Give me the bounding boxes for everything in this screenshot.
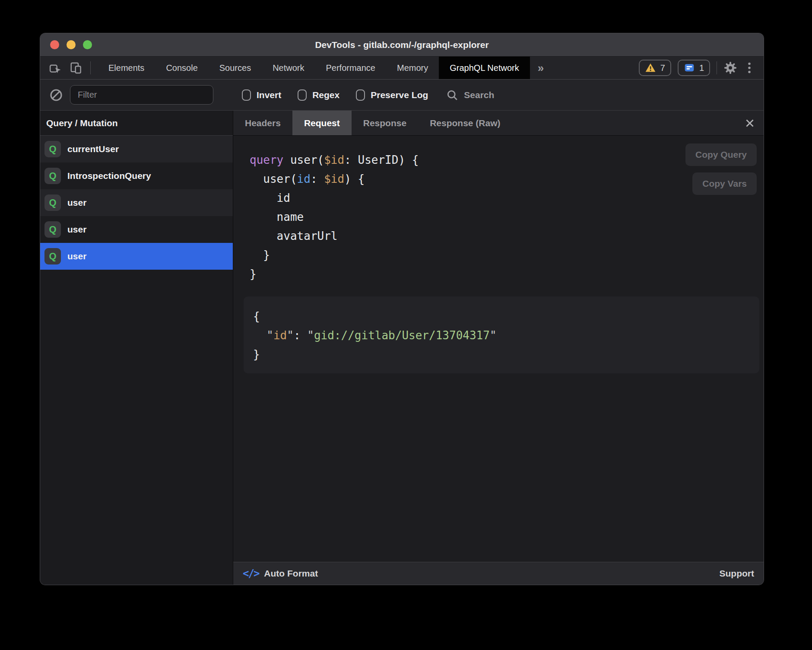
query-list-item-4-user[interactable]: Quser bbox=[40, 243, 233, 270]
devtools-tab-bar: ElementsConsoleSourcesNetworkPerformance… bbox=[40, 57, 764, 80]
filter-bar: InvertRegexPreserve Log Search bbox=[40, 80, 764, 111]
toolbar-buttons bbox=[40, 57, 98, 79]
code-line: } bbox=[250, 245, 764, 264]
auto-format-button[interactable]: </> Auto Format bbox=[243, 567, 318, 580]
search-button[interactable]: Search bbox=[446, 89, 494, 101]
query-name-label: user bbox=[67, 224, 86, 235]
query-name-label: user bbox=[67, 198, 86, 208]
detail-footer: </> Auto Format Support bbox=[233, 562, 764, 585]
copy-buttons: Copy Query Copy Vars bbox=[685, 143, 757, 195]
warning-count: 7 bbox=[660, 63, 665, 73]
query-type-badge: Q bbox=[44, 248, 61, 264]
code-brackets-icon: </> bbox=[243, 567, 259, 580]
query-list-item-2-user[interactable]: Quser bbox=[40, 189, 233, 216]
filter-input[interactable] bbox=[70, 85, 213, 105]
query-list-item-3-user[interactable]: Quser bbox=[40, 216, 233, 243]
checkbox-box-invert[interactable] bbox=[242, 89, 251, 101]
controls-divider bbox=[717, 61, 717, 74]
query-list-item-0-currentuser[interactable]: QcurrentUser bbox=[40, 136, 233, 162]
query-list-header: Query / Mutation bbox=[40, 111, 233, 136]
request-body: query user($id: UserID) { user(id: $id) … bbox=[233, 136, 764, 562]
detail-tab-request[interactable]: Request bbox=[292, 111, 352, 135]
checkbox-box-preserve-log[interactable] bbox=[356, 89, 365, 101]
main-tab-network[interactable]: Network bbox=[262, 57, 315, 79]
code-line: avatarUrl bbox=[250, 226, 764, 245]
main-tab-elements[interactable]: Elements bbox=[98, 57, 155, 79]
settings-gear-icon[interactable] bbox=[723, 61, 737, 75]
query-name-label: user bbox=[67, 251, 86, 261]
detail-tab-response[interactable]: Response bbox=[352, 111, 418, 135]
checkbox-box-regex[interactable] bbox=[298, 89, 307, 101]
query-list-panel: Query / Mutation QcurrentUserQIntrospect… bbox=[40, 111, 233, 585]
traffic-lights bbox=[40, 40, 92, 49]
main-tab-memory[interactable]: Memory bbox=[386, 57, 439, 79]
request-query-code: query user($id: UserID) { user(id: $id) … bbox=[233, 136, 764, 284]
device-toolbar-icon[interactable] bbox=[70, 61, 82, 74]
more-options-kebab-icon[interactable] bbox=[744, 61, 755, 75]
main-tab-graphql-network[interactable]: GraphQL Network bbox=[439, 57, 530, 79]
desktop-background: DevTools - gitlab.com/-/graphql-explorer bbox=[0, 0, 812, 650]
query-list: QcurrentUserQIntrospectionQueryQuserQuse… bbox=[40, 136, 233, 270]
main-tab-strip: ElementsConsoleSourcesNetworkPerformance… bbox=[98, 57, 530, 79]
panel-content: Query / Mutation QcurrentUserQIntrospect… bbox=[40, 111, 764, 585]
detail-tab-headers[interactable]: Headers bbox=[233, 111, 292, 135]
detail-panel: HeadersRequestResponseResponse (Raw) que… bbox=[233, 111, 764, 585]
more-tabs-chevron-icon[interactable]: » bbox=[530, 57, 552, 79]
close-window-button[interactable] bbox=[50, 40, 59, 49]
checkbox-label: Invert bbox=[257, 90, 281, 100]
issues-button[interactable]: 1 bbox=[678, 60, 710, 76]
query-type-badge: Q bbox=[44, 168, 61, 184]
devtools-window: DevTools - gitlab.com/-/graphql-explorer bbox=[40, 33, 764, 585]
warning-icon bbox=[645, 62, 656, 73]
query-list-item-1-introspectionquery[interactable]: QIntrospectionQuery bbox=[40, 162, 233, 189]
auto-format-label: Auto Format bbox=[264, 568, 318, 579]
copy-query-button[interactable]: Copy Query bbox=[685, 143, 757, 166]
code-line: { bbox=[253, 307, 751, 326]
checkbox-preserve-log[interactable]: Preserve Log bbox=[356, 89, 428, 101]
issues-count: 1 bbox=[699, 63, 704, 73]
query-name-label: currentUser bbox=[67, 144, 119, 154]
query-type-badge: Q bbox=[44, 141, 61, 157]
copy-vars-button[interactable]: Copy Vars bbox=[692, 172, 757, 195]
code-line: } bbox=[250, 264, 764, 284]
query-type-badge: Q bbox=[44, 221, 61, 238]
minimize-window-button[interactable] bbox=[67, 40, 76, 49]
code-line: } bbox=[253, 345, 751, 364]
detail-tab-response-raw[interactable]: Response (Raw) bbox=[418, 111, 512, 135]
detail-tab-strip: HeadersRequestResponseResponse (Raw) bbox=[233, 111, 512, 135]
warnings-button[interactable]: 7 bbox=[639, 60, 671, 76]
query-name-label: IntrospectionQuery bbox=[67, 171, 151, 181]
query-type-badge: Q bbox=[44, 194, 61, 211]
code-line: "id": "gid://gitlab/User/13704317" bbox=[253, 326, 751, 345]
main-tab-performance[interactable]: Performance bbox=[315, 57, 387, 79]
inspect-element-icon[interactable] bbox=[49, 61, 62, 74]
main-tab-sources[interactable]: Sources bbox=[209, 57, 262, 79]
toolbar-divider bbox=[90, 61, 91, 74]
search-label: Search bbox=[464, 90, 494, 100]
detail-tab-bar: HeadersRequestResponseResponse (Raw) bbox=[233, 111, 764, 136]
tab-bar-right-controls: 7 1 bbox=[639, 57, 764, 79]
message-icon bbox=[684, 62, 695, 73]
code-line: name bbox=[250, 207, 764, 226]
close-panel-icon[interactable] bbox=[744, 117, 756, 129]
checkbox-regex[interactable]: Regex bbox=[298, 89, 339, 101]
search-icon bbox=[446, 89, 458, 101]
zoom-window-button[interactable] bbox=[83, 40, 92, 49]
checkbox-label: Preserve Log bbox=[371, 90, 428, 100]
checkbox-label: Regex bbox=[312, 90, 339, 100]
support-link[interactable]: Support bbox=[720, 568, 754, 579]
main-tab-console[interactable]: Console bbox=[155, 57, 208, 79]
title-bar: DevTools - gitlab.com/-/graphql-explorer bbox=[40, 33, 764, 57]
filter-checkbox-group: InvertRegexPreserve Log bbox=[242, 89, 428, 101]
clear-block-icon[interactable] bbox=[49, 88, 63, 102]
checkbox-invert[interactable]: Invert bbox=[242, 89, 281, 101]
window-title: DevTools - gitlab.com/-/graphql-explorer bbox=[40, 40, 764, 50]
variables-box: { "id": "gid://gitlab/User/13704317"} bbox=[244, 296, 759, 373]
